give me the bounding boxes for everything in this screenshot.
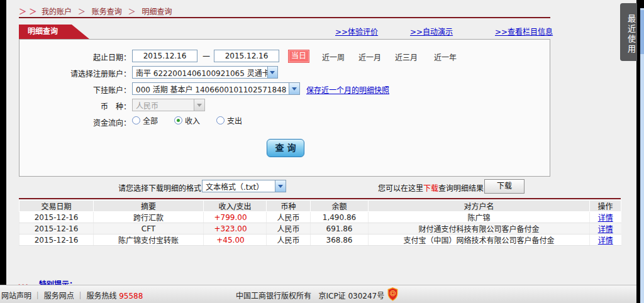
cell-currency: 人民币 bbox=[267, 223, 311, 234]
cell-date: 2015-12-16 bbox=[19, 223, 94, 234]
breadcrumb-item-detail-query[interactable]: 明细查询 bbox=[142, 8, 172, 16]
radio-icon[interactable] bbox=[174, 116, 182, 124]
chevron-down-icon[interactable] bbox=[267, 67, 277, 78]
sub-account-value: 000 活期 基本户 1406600101102571848 bbox=[133, 84, 289, 94]
registered-account-label: 请选择注册账户： bbox=[63, 68, 131, 79]
breadcrumb-item-account-query[interactable]: 账务查询 bbox=[92, 8, 122, 16]
date-from-input[interactable] bbox=[132, 50, 197, 62]
copyright: 中国工商银行版权所有 bbox=[236, 292, 311, 300]
hotline-label: 服务热线 bbox=[86, 292, 116, 300]
left-edge-strip bbox=[0, 0, 6, 285]
service-locations-link[interactable]: 服务网点 bbox=[44, 292, 74, 300]
flow-option-expense-label: 支出 bbox=[227, 115, 242, 126]
auto-demo-link[interactable]: >>自动演示 bbox=[410, 26, 453, 36]
query-button[interactable]: 查 询 bbox=[267, 139, 304, 157]
tab-detail-query[interactable]: 明细查询 bbox=[19, 25, 89, 39]
date-separator: — bbox=[203, 52, 210, 60]
date-to-input[interactable] bbox=[214, 50, 279, 62]
breadcrumb-separator: ＞ bbox=[128, 8, 136, 16]
last-year-button[interactable]: 近一年 bbox=[434, 52, 457, 62]
breadcrumb-separator: ＞ bbox=[78, 8, 86, 16]
divider bbox=[19, 17, 550, 18]
flow-option-expense[interactable]: 支出 bbox=[216, 115, 242, 126]
cell-amount: +323.00 bbox=[204, 223, 267, 234]
cell-counterparty: 支付宝（中国）网络技术有限公司客户备付金 bbox=[369, 234, 590, 246]
cell-currency: 人民币 bbox=[267, 212, 311, 223]
divider bbox=[19, 198, 621, 199]
table-header-row: 交易日期 摘要 收入/支出 币种 余额 对方户名 操作 bbox=[19, 201, 621, 212]
icp-number: 京ICP证 030247号 bbox=[318, 292, 384, 300]
footer-separator: ｜ bbox=[34, 292, 42, 300]
last-week-button[interactable]: 近一周 bbox=[322, 52, 345, 62]
detail-link[interactable]: 详情 bbox=[598, 236, 613, 245]
save-snapshot-link[interactable]: 保存近一个月的明细快照 bbox=[306, 84, 389, 95]
page: ＞ ＞ 我的账户 ＞ 账务查询 ＞ 明细查询 明细查询 >>体验评价 >>自动演… bbox=[0, 0, 644, 303]
download-format-select[interactable]: 文本格式（.txt） bbox=[202, 180, 286, 192]
cell-counterparty: 财付通支付科技有限公司客户备付金 bbox=[369, 223, 590, 234]
transactions-table: 交易日期 摘要 收入/支出 币种 余额 对方户名 操作 2015-12-16 跨… bbox=[19, 200, 621, 246]
flow-option-all[interactable]: 全部 bbox=[132, 115, 158, 126]
flow-option-income-label: 收入 bbox=[185, 115, 200, 126]
download-hint-before: 您可以在这里 bbox=[378, 184, 423, 193]
cell-date: 2015-12-16 bbox=[19, 212, 94, 223]
header-date: 交易日期 bbox=[19, 201, 94, 212]
scrollbar-thumb[interactable] bbox=[640, 10, 644, 54]
table-row: 2015-12-16 跨行汇款 +799.00 人民币 1,490.86 陈广锦… bbox=[19, 212, 621, 223]
cell-date: 2015-12-16 bbox=[19, 234, 94, 246]
cell-balance: 1,490.86 bbox=[311, 212, 369, 223]
cell-amount: +799.00 bbox=[204, 212, 267, 223]
header-counterparty: 对方户名 bbox=[369, 201, 590, 212]
footer-left: 网站声明 ｜ 服务网点 ｜ 服务热线 95588 bbox=[1, 290, 143, 300]
chevron-down-icon[interactable] bbox=[275, 180, 286, 192]
download-hint-after: 查询明细结果 bbox=[438, 184, 484, 193]
cell-balance: 691.86 bbox=[311, 223, 369, 234]
breadcrumb: ＞ ＞ 我的账户 ＞ 账务查询 ＞ 明细查询 bbox=[19, 6, 172, 16]
date-range-label: 起止日期： bbox=[75, 52, 131, 62]
flow-option-income[interactable]: 收入 bbox=[174, 115, 200, 126]
sub-account-select[interactable]: 000 活期 基本户 1406600101102571848 bbox=[132, 82, 300, 95]
cell-amount: +45.00 bbox=[204, 234, 267, 246]
download-button[interactable]: 下载 bbox=[484, 179, 525, 194]
last-three-months-button[interactable]: 近三月 bbox=[395, 52, 418, 62]
download-format-value: 文本格式（.txt） bbox=[203, 181, 267, 192]
site-statement-link[interactable]: 网站声明 bbox=[1, 292, 31, 300]
detail-link[interactable]: 详情 bbox=[598, 225, 613, 234]
last-month-button[interactable]: 近一月 bbox=[358, 52, 381, 62]
flow-option-all-label: 全部 bbox=[143, 115, 158, 126]
footer: 网站声明 ｜ 服务网点 ｜ 服务热线 95588 中国工商银行版权所有 京ICP… bbox=[0, 285, 644, 303]
today-button[interactable]: 当日 bbox=[288, 50, 309, 63]
header-balance: 余额 bbox=[311, 201, 369, 212]
header-amount: 收入/支出 bbox=[204, 201, 267, 212]
currency-value: 人民币 bbox=[133, 100, 162, 111]
download-hint-link[interactable]: 下载 bbox=[423, 184, 438, 193]
download-format-label: 请您选择下载明细的格式 bbox=[118, 182, 201, 193]
sub-account-label: 下挂账户： bbox=[75, 84, 131, 95]
header-summary: 摘要 bbox=[94, 201, 204, 212]
recently-used-tab[interactable]: 最近使用 bbox=[620, 3, 637, 61]
cell-currency: 人民币 bbox=[267, 234, 311, 246]
hotline-number: 95588 bbox=[119, 292, 143, 300]
cell-counterparty: 陈广锦 bbox=[369, 212, 590, 223]
table-row: 2015-12-16 CFT +323.00 人民币 691.86 财付通支付科… bbox=[19, 223, 621, 234]
breadcrumb-chevrons-icon: ＞ ＞ bbox=[19, 8, 36, 16]
header-currency: 币种 bbox=[267, 201, 311, 212]
fund-flow-radio-group: 全部 收入 支出 bbox=[132, 115, 242, 126]
radio-icon[interactable] bbox=[216, 116, 225, 124]
registered-account-value: 南平 6222001406100921065 灵通卡 bbox=[133, 67, 267, 78]
detail-link[interactable]: 详情 bbox=[598, 214, 613, 223]
currency-select: 人民币 bbox=[132, 99, 205, 111]
experience-rating-link[interactable]: >>体验评价 bbox=[335, 26, 378, 36]
security-badge-icon bbox=[387, 287, 398, 303]
download-hint: 您可以在这里下载查询明细结果 bbox=[378, 182, 484, 193]
cell-summary: CFT bbox=[94, 223, 204, 234]
cell-summary: 跨行汇款 bbox=[94, 212, 204, 223]
registered-account-select[interactable]: 南平 6222001406100921065 灵通卡 bbox=[132, 66, 278, 79]
column-info-link[interactable]: >>查看栏目信息 bbox=[495, 26, 553, 36]
table-row: 2015-12-16 陈广锦支付宝转账 +45.00 人民币 368.86 支付… bbox=[19, 234, 621, 246]
breadcrumb-item-my-account[interactable]: 我的账户 bbox=[42, 8, 72, 16]
header-action: 操作 bbox=[590, 201, 621, 212]
fund-flow-label: 资金流向： bbox=[75, 117, 131, 128]
copyright-text: 中国工商银行版权所有 京ICP证 030247号 bbox=[236, 290, 384, 300]
chevron-down-icon[interactable] bbox=[289, 83, 299, 94]
radio-icon[interactable] bbox=[132, 116, 140, 124]
